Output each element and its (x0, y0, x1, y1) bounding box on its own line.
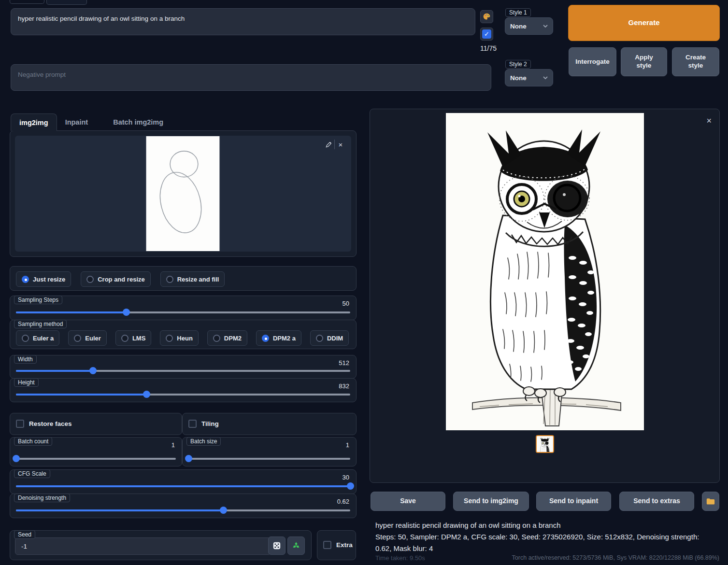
width-block: Width 512 (10, 355, 357, 379)
radio-label: Heun (177, 335, 193, 342)
send-to-img2img-button[interactable]: Send to img2img (453, 492, 529, 511)
batch-count-value: 1 (171, 441, 175, 449)
style2-value: None (510, 74, 527, 82)
style1-label: Style 1 (505, 8, 531, 17)
denoising-label: Denoising strength (14, 494, 70, 502)
tab-inpaint[interactable]: Inpaint (57, 113, 97, 131)
send-to-extras-button[interactable]: Send to extras (619, 492, 694, 511)
sampling-steps-slider[interactable] (16, 309, 350, 316)
generation-info-params: Steps: 50, Sampler: DPM2 a, CFG scale: 3… (375, 531, 714, 554)
height-block: Height 832 (10, 378, 357, 402)
height-slider[interactable] (16, 391, 350, 398)
radio-label: Euler (85, 335, 101, 342)
width-label: Width (14, 355, 37, 364)
blue-check-button[interactable]: ✓ (480, 28, 493, 41)
radio-label: Crop and resize (98, 276, 145, 283)
send-to-inpaint-button[interactable]: Send to inpaint (536, 492, 611, 511)
output-image[interactable] (446, 113, 644, 430)
batch-count-block: Batch count 1 (10, 437, 182, 466)
open-folder-button[interactable] (702, 492, 719, 511)
radio-icon (86, 276, 94, 283)
negative-prompt-input[interactable] (11, 64, 491, 91)
width-slider[interactable] (16, 367, 350, 374)
tab-batch-img2img[interactable]: Batch img2img (105, 113, 171, 131)
cfg-scale-block: CFG Scale 30 (10, 469, 357, 494)
save-button[interactable]: Save (371, 492, 445, 511)
prompt-input[interactable]: hyper realistic pencil drawing of an owl… (11, 8, 475, 35)
radio-icon (166, 276, 173, 283)
cfg-scale-label: CFG Scale (14, 469, 50, 478)
sampling-method-label: Sampling method (14, 320, 67, 328)
slider-handle[interactable] (220, 507, 227, 514)
pencil-icon (326, 141, 332, 148)
random-artist-button[interactable] (480, 10, 493, 23)
resize-mode-just-resize[interactable]: Just resize (16, 271, 71, 287)
checkbox-label: Restore faces (29, 420, 72, 427)
cropped-tab[interactable] (10, 0, 44, 4)
restore-faces-option[interactable]: Restore faces (16, 420, 72, 428)
slider-handle[interactable] (185, 455, 192, 462)
sampler-dpm2-a[interactable]: DPM2 a (256, 330, 301, 346)
create-style-button[interactable]: Create style (672, 47, 719, 76)
slider-handle[interactable] (347, 482, 354, 490)
radio-icon (121, 335, 128, 342)
radio-selected-icon (262, 335, 269, 342)
gallery-thumbnail[interactable] (536, 435, 554, 453)
slider-handle[interactable] (89, 367, 97, 374)
seed-input[interactable] (15, 537, 271, 555)
radio-label: DDIM (327, 335, 343, 342)
resize-mode-resize-and-fill[interactable]: Resize and fill (160, 271, 225, 287)
edit-image-button[interactable] (323, 140, 335, 149)
resize-mode-crop-and-resize[interactable]: Crop and resize (81, 271, 151, 287)
slider-handle[interactable] (123, 309, 130, 316)
style1-dropdown[interactable]: None (505, 17, 553, 35)
sampler-ddim[interactable]: DDIM (310, 330, 349, 346)
cropped-tab-active[interactable] (46, 0, 87, 5)
sampler-dpm2[interactable]: DPM2 (207, 330, 247, 346)
sampler-heun[interactable]: Heun (160, 330, 199, 346)
generate-button[interactable]: Generate (568, 5, 720, 41)
radio-label: DPM2 (224, 335, 242, 342)
interrogate-button[interactable]: Interrogate (569, 47, 616, 76)
sampler-euler[interactable]: Euler (68, 330, 107, 346)
style1-value: None (510, 23, 527, 30)
sampler-lms[interactable]: LMS (115, 330, 151, 346)
tiling-checkbox[interactable] (188, 420, 197, 428)
style2-dropdown[interactable]: None (505, 69, 553, 86)
restore-faces-checkbox[interactable] (16, 420, 24, 428)
radio-label: DPM2 a (273, 335, 296, 342)
reuse-seed-button[interactable] (287, 537, 305, 555)
extra-option[interactable]: Extra (323, 541, 353, 549)
radio-label: Resize and fill (177, 276, 219, 283)
batch-size-block: Batch size 1 (182, 437, 357, 466)
stable-diffusion-webui: hyper realistic pencil drawing of an owl… (0, 0, 728, 565)
random-seed-button[interactable] (268, 537, 285, 555)
radio-icon (22, 335, 29, 342)
extra-block: Extra (317, 530, 356, 560)
batch-size-label: Batch size (186, 437, 221, 446)
denoising-slider[interactable] (16, 507, 350, 514)
apply-style-button[interactable]: Apply style (621, 47, 667, 76)
folder-icon (706, 497, 715, 505)
sampling-steps-block: Sampling Steps 50 (10, 296, 357, 320)
close-icon: × (339, 141, 343, 149)
radio-icon (74, 335, 81, 342)
input-image-area[interactable]: × (15, 136, 351, 252)
batch-size-slider[interactable] (188, 455, 350, 462)
output-panel: × (370, 109, 720, 483)
tiling-option[interactable]: Tiling (188, 420, 219, 428)
batch-count-slider[interactable] (16, 455, 176, 462)
tab-img2img[interactable]: img2img (11, 113, 57, 131)
style2-label: Style 2 (505, 60, 531, 69)
slider-handle[interactable] (13, 455, 20, 462)
extra-checkbox[interactable] (323, 541, 331, 549)
sampler-euler-a[interactable]: Euler a (16, 330, 59, 346)
cfg-scale-slider[interactable] (16, 482, 350, 490)
cfg-scale-value: 30 (343, 474, 349, 481)
batch-count-label: Batch count (14, 437, 52, 446)
height-value: 832 (339, 382, 349, 390)
denoising-block: Denoising strength 0.62 (10, 494, 357, 518)
remove-image-button[interactable]: × (335, 140, 346, 149)
close-gallery-button[interactable]: × (706, 116, 712, 126)
slider-handle[interactable] (143, 391, 150, 398)
